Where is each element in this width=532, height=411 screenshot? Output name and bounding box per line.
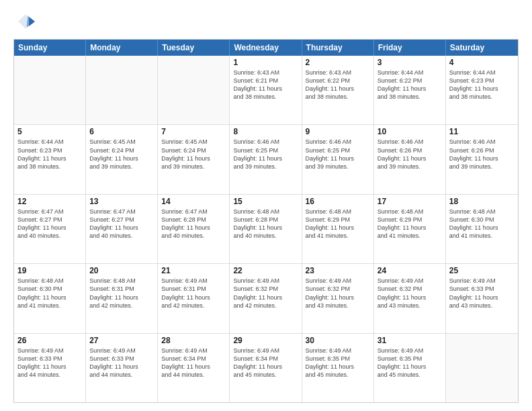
calendar-row-4: 19Sunrise: 6:48 AM Sunset: 6:30 PM Dayli… bbox=[14, 263, 518, 332]
calendar-cell: 30Sunrise: 6:49 AM Sunset: 6:35 PM Dayli… bbox=[302, 334, 374, 402]
day-info: Sunrise: 6:49 AM Sunset: 6:32 PM Dayligh… bbox=[378, 277, 442, 310]
calendar-cell: 3Sunrise: 6:44 AM Sunset: 6:22 PM Daylig… bbox=[374, 56, 446, 124]
day-info: Sunrise: 6:49 AM Sunset: 6:34 PM Dayligh… bbox=[233, 347, 298, 379]
day-info: Sunrise: 6:46 AM Sunset: 6:25 PM Dayligh… bbox=[306, 138, 370, 171]
day-number: 30 bbox=[306, 336, 370, 345]
day-info: Sunrise: 6:49 AM Sunset: 6:32 PM Dayligh… bbox=[306, 277, 370, 310]
header-cell-thursday: Thursday bbox=[302, 40, 374, 56]
day-info: Sunrise: 6:49 AM Sunset: 6:33 PM Dayligh… bbox=[449, 277, 515, 310]
day-number: 28 bbox=[161, 336, 226, 345]
day-number: 11 bbox=[449, 127, 515, 136]
day-number: 20 bbox=[89, 266, 154, 275]
day-number: 19 bbox=[17, 266, 82, 275]
calendar-cell: 1Sunrise: 6:43 AM Sunset: 6:21 PM Daylig… bbox=[230, 56, 302, 124]
day-info: Sunrise: 6:48 AM Sunset: 6:29 PM Dayligh… bbox=[306, 208, 370, 240]
day-info: Sunrise: 6:44 AM Sunset: 6:23 PM Dayligh… bbox=[449, 68, 515, 101]
calendar-cell: 7Sunrise: 6:45 AM Sunset: 6:24 PM Daylig… bbox=[158, 125, 230, 193]
day-info: Sunrise: 6:48 AM Sunset: 6:28 PM Dayligh… bbox=[233, 208, 298, 240]
calendar-cell: 2Sunrise: 6:43 AM Sunset: 6:22 PM Daylig… bbox=[302, 56, 374, 124]
day-info: Sunrise: 6:44 AM Sunset: 6:22 PM Dayligh… bbox=[378, 68, 442, 101]
day-info: Sunrise: 6:49 AM Sunset: 6:32 PM Dayligh… bbox=[233, 277, 298, 310]
calendar-cell bbox=[446, 334, 518, 402]
calendar-cell: 26Sunrise: 6:49 AM Sunset: 6:33 PM Dayli… bbox=[14, 334, 86, 402]
day-info: Sunrise: 6:49 AM Sunset: 6:33 PM Dayligh… bbox=[17, 347, 82, 379]
calendar-cell: 4Sunrise: 6:44 AM Sunset: 6:23 PM Daylig… bbox=[446, 56, 518, 124]
header-cell-tuesday: Tuesday bbox=[158, 40, 230, 56]
calendar-row-3: 12Sunrise: 6:47 AM Sunset: 6:27 PM Dayli… bbox=[14, 194, 518, 263]
calendar-cell: 25Sunrise: 6:49 AM Sunset: 6:33 PM Dayli… bbox=[446, 264, 518, 332]
calendar-cell bbox=[158, 56, 230, 124]
day-number: 27 bbox=[89, 336, 154, 345]
calendar-cell: 15Sunrise: 6:48 AM Sunset: 6:28 PM Dayli… bbox=[230, 195, 302, 263]
calendar-cell: 13Sunrise: 6:47 AM Sunset: 6:27 PM Dayli… bbox=[86, 195, 158, 263]
day-info: Sunrise: 6:47 AM Sunset: 6:27 PM Dayligh… bbox=[17, 208, 82, 240]
calendar-cell: 9Sunrise: 6:46 AM Sunset: 6:25 PM Daylig… bbox=[302, 125, 374, 193]
day-info: Sunrise: 6:49 AM Sunset: 6:31 PM Dayligh… bbox=[161, 277, 226, 310]
day-number: 12 bbox=[17, 197, 82, 206]
day-info: Sunrise: 6:48 AM Sunset: 6:30 PM Dayligh… bbox=[17, 277, 82, 310]
day-info: Sunrise: 6:46 AM Sunset: 6:26 PM Dayligh… bbox=[378, 138, 442, 171]
day-info: Sunrise: 6:44 AM Sunset: 6:23 PM Dayligh… bbox=[17, 138, 82, 171]
calendar-cell: 23Sunrise: 6:49 AM Sunset: 6:32 PM Dayli… bbox=[302, 264, 374, 332]
day-info: Sunrise: 6:47 AM Sunset: 6:28 PM Dayligh… bbox=[161, 208, 226, 240]
day-number: 29 bbox=[233, 336, 298, 345]
day-info: Sunrise: 6:48 AM Sunset: 6:29 PM Dayligh… bbox=[378, 208, 442, 240]
calendar-cell: 21Sunrise: 6:49 AM Sunset: 6:31 PM Dayli… bbox=[158, 264, 230, 332]
calendar-cell: 8Sunrise: 6:46 AM Sunset: 6:25 PM Daylig… bbox=[230, 125, 302, 193]
day-info: Sunrise: 6:46 AM Sunset: 6:26 PM Dayligh… bbox=[449, 138, 515, 171]
day-info: Sunrise: 6:49 AM Sunset: 6:35 PM Dayligh… bbox=[378, 347, 442, 379]
day-info: Sunrise: 6:45 AM Sunset: 6:24 PM Dayligh… bbox=[161, 138, 226, 171]
calendar-cell bbox=[86, 56, 158, 124]
day-number: 21 bbox=[161, 266, 226, 275]
day-info: Sunrise: 6:48 AM Sunset: 6:30 PM Dayligh… bbox=[449, 208, 515, 240]
day-number: 25 bbox=[449, 266, 515, 275]
calendar-cell: 31Sunrise: 6:49 AM Sunset: 6:35 PM Dayli… bbox=[374, 334, 446, 402]
day-number: 17 bbox=[378, 197, 442, 206]
calendar-cell: 12Sunrise: 6:47 AM Sunset: 6:27 PM Dayli… bbox=[14, 195, 86, 263]
day-info: Sunrise: 6:47 AM Sunset: 6:27 PM Dayligh… bbox=[89, 208, 154, 240]
day-info: Sunrise: 6:48 AM Sunset: 6:31 PM Dayligh… bbox=[89, 277, 154, 310]
day-number: 7 bbox=[161, 127, 226, 136]
day-number: 24 bbox=[378, 266, 442, 275]
day-number: 6 bbox=[89, 127, 154, 136]
generalblue-logo-icon bbox=[13, 11, 35, 32]
day-number: 15 bbox=[233, 197, 298, 206]
calendar-cell: 24Sunrise: 6:49 AM Sunset: 6:32 PM Dayli… bbox=[374, 264, 446, 332]
header-cell-friday: Friday bbox=[374, 40, 446, 56]
calendar-cell: 29Sunrise: 6:49 AM Sunset: 6:34 PM Dayli… bbox=[230, 334, 302, 402]
calendar-cell: 10Sunrise: 6:46 AM Sunset: 6:26 PM Dayli… bbox=[374, 125, 446, 193]
calendar-cell: 19Sunrise: 6:48 AM Sunset: 6:30 PM Dayli… bbox=[14, 264, 86, 332]
header-cell-monday: Monday bbox=[86, 40, 158, 56]
day-number: 10 bbox=[378, 127, 442, 136]
header bbox=[13, 11, 519, 32]
calendar-cell: 14Sunrise: 6:47 AM Sunset: 6:28 PM Dayli… bbox=[158, 195, 230, 263]
day-number: 18 bbox=[449, 197, 515, 206]
day-number: 3 bbox=[378, 58, 442, 67]
calendar-row-2: 5Sunrise: 6:44 AM Sunset: 6:23 PM Daylig… bbox=[14, 124, 518, 193]
day-number: 13 bbox=[89, 197, 154, 206]
calendar-cell: 11Sunrise: 6:46 AM Sunset: 6:26 PM Dayli… bbox=[446, 125, 518, 193]
calendar-cell: 18Sunrise: 6:48 AM Sunset: 6:30 PM Dayli… bbox=[446, 195, 518, 263]
day-number: 26 bbox=[17, 336, 82, 345]
calendar-cell: 17Sunrise: 6:48 AM Sunset: 6:29 PM Dayli… bbox=[374, 195, 446, 263]
calendar-cell: 20Sunrise: 6:48 AM Sunset: 6:31 PM Dayli… bbox=[86, 264, 158, 332]
day-number: 31 bbox=[378, 336, 442, 345]
day-number: 16 bbox=[306, 197, 370, 206]
day-number: 9 bbox=[306, 127, 370, 136]
calendar-cell: 16Sunrise: 6:48 AM Sunset: 6:29 PM Dayli… bbox=[302, 195, 374, 263]
day-info: Sunrise: 6:45 AM Sunset: 6:24 PM Dayligh… bbox=[89, 138, 154, 171]
calendar-header-row: SundayMondayTuesdayWednesdayThursdayFrid… bbox=[14, 40, 518, 56]
day-number: 14 bbox=[161, 197, 226, 206]
header-cell-saturday: Saturday bbox=[446, 40, 518, 56]
calendar-cell: 28Sunrise: 6:49 AM Sunset: 6:34 PM Dayli… bbox=[158, 334, 230, 402]
header-cell-wednesday: Wednesday bbox=[230, 40, 302, 56]
header-cell-sunday: Sunday bbox=[14, 40, 86, 56]
calendar-cell: 27Sunrise: 6:49 AM Sunset: 6:33 PM Dayli… bbox=[86, 334, 158, 402]
calendar-row-5: 26Sunrise: 6:49 AM Sunset: 6:33 PM Dayli… bbox=[14, 333, 518, 402]
calendar-cell: 5Sunrise: 6:44 AM Sunset: 6:23 PM Daylig… bbox=[14, 125, 86, 193]
calendar-cell: 6Sunrise: 6:45 AM Sunset: 6:24 PM Daylig… bbox=[86, 125, 158, 193]
day-number: 22 bbox=[233, 266, 298, 275]
calendar-body: 1Sunrise: 6:43 AM Sunset: 6:21 PM Daylig… bbox=[14, 56, 518, 402]
day-number: 5 bbox=[17, 127, 82, 136]
day-info: Sunrise: 6:49 AM Sunset: 6:33 PM Dayligh… bbox=[89, 347, 154, 379]
